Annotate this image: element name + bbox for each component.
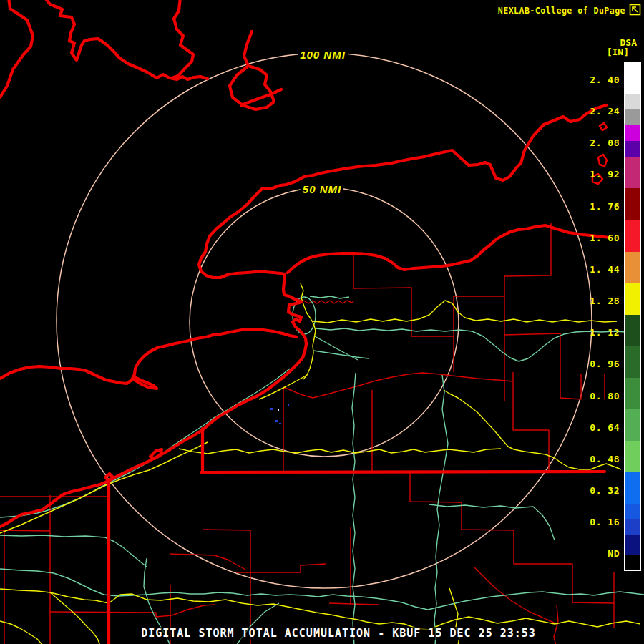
colorbar-tick-label: 1. 60 bbox=[590, 233, 620, 243]
echo-pixel bbox=[275, 420, 278, 422]
colorbar-segment bbox=[625, 519, 640, 535]
echo-pixel bbox=[279, 423, 281, 424]
precip-echoes bbox=[270, 404, 289, 424]
header-source: NEXLAB-College of DuPage bbox=[498, 6, 625, 16]
road-lines bbox=[0, 296, 644, 644]
colorbar-segment bbox=[625, 63, 640, 94]
product-units: [IN] bbox=[607, 47, 629, 57]
colorbar-segment bbox=[625, 555, 640, 568]
colorbar-segment bbox=[625, 157, 640, 188]
colorbar-tick-label: 1. 92 bbox=[590, 169, 620, 180]
colorbar-segment bbox=[625, 535, 640, 555]
colorbar-tick-label: 1. 28 bbox=[590, 296, 620, 306]
product-title-bar: DIGITAL STORM TOTAL ACCUMULATION - KBUF … bbox=[141, 627, 536, 640]
colorbar-tick-label: 2. 24 bbox=[590, 106, 620, 117]
county-lines-yellow bbox=[0, 283, 640, 644]
colorbar-segment bbox=[625, 315, 640, 346]
colorbar-tick-label: 0. 32 bbox=[590, 485, 620, 496]
colorbar-tick-label: 2. 40 bbox=[590, 74, 620, 85]
colorbar-segment bbox=[625, 441, 640, 472]
colorbar-tick-label: 2. 08 bbox=[590, 137, 620, 148]
colorbar bbox=[624, 62, 641, 571]
colorbar-tick-label: 1. 76 bbox=[590, 201, 620, 212]
colorbar-tick-label: 1. 44 bbox=[590, 264, 620, 275]
colorbar-segment bbox=[625, 346, 640, 378]
colorbar-segment bbox=[625, 94, 640, 109]
echo-pixel bbox=[288, 404, 289, 406]
colorbar-segment bbox=[625, 188, 640, 220]
colorbar-segment bbox=[625, 125, 640, 141]
colorbar-segment bbox=[625, 109, 640, 125]
range-label-50nmi: 50 NMI bbox=[301, 183, 343, 195]
radar-map bbox=[0, 0, 644, 644]
colorbar-tick-label: 1. 12 bbox=[590, 327, 620, 338]
colorbar-segment bbox=[625, 504, 640, 519]
radar-screen: NEXLAB-College of DuPage DSA [IN] 2. 402… bbox=[0, 0, 644, 644]
echo-pixel-white bbox=[278, 409, 279, 411]
colorbar-segment bbox=[625, 378, 640, 409]
colorbar-segment bbox=[625, 283, 640, 315]
nexlab-arrow-logo-icon bbox=[629, 4, 641, 16]
colorbar-tick-label: 0. 80 bbox=[590, 391, 620, 401]
colorbar-segment bbox=[625, 141, 640, 157]
colorbar-tick-label: 0. 96 bbox=[590, 358, 620, 369]
colorbar-segment bbox=[625, 409, 640, 441]
colorbar-segment bbox=[625, 472, 640, 504]
state-borders-shorelines bbox=[0, 0, 610, 644]
colorbar-tick-label: 0. 16 bbox=[590, 517, 620, 527]
colorbar-segment bbox=[625, 220, 640, 252]
colorbar-tick-label: ND bbox=[608, 548, 620, 559]
colorbar-tick-label: 0. 48 bbox=[590, 454, 620, 464]
echo-pixel bbox=[270, 408, 273, 410]
colorbar-tick-label: 0. 64 bbox=[590, 422, 620, 433]
colorbar-segment bbox=[625, 252, 640, 283]
range-label-100nmi: 100 NMI bbox=[298, 49, 348, 61]
county-lines-red bbox=[0, 223, 614, 644]
